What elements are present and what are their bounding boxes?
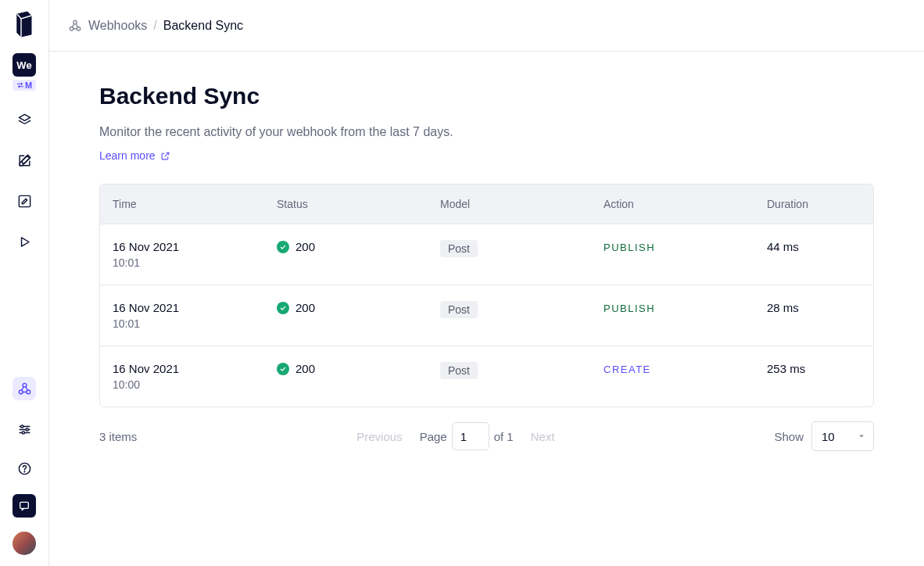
status-ok-icon (277, 302, 289, 314)
model-tag: Post (440, 301, 478, 318)
page-input[interactable] (452, 422, 489, 450)
sidebar-item-chat[interactable] (13, 494, 36, 518)
svg-point-12 (70, 27, 73, 30)
table-row[interactable]: 16 Nov 202110:01200PostPUBLISH28 ms (100, 285, 873, 346)
sidebar-nav: We M (13, 53, 36, 253)
page-label: Page (420, 430, 447, 443)
status-code: 200 (295, 301, 315, 314)
help-icon (17, 461, 32, 476)
sidebar-item-edit[interactable] (13, 149, 36, 172)
page-total: of 1 (494, 430, 514, 443)
chat-icon (18, 500, 30, 512)
show-label: Show (774, 430, 804, 443)
header-model: Model (440, 198, 603, 210)
learn-more-label: Learn more (99, 149, 156, 162)
pagination: 3 items Previous Page of 1 Next Show 10 (99, 421, 874, 451)
header-time: Time (113, 198, 277, 210)
page-size-select[interactable]: 10 (811, 421, 874, 451)
status-ok-icon (277, 363, 289, 375)
row-hour: 10:00 (113, 378, 277, 391)
learn-more-link[interactable]: Learn more (99, 149, 170, 162)
breadcrumb-separator: / (153, 19, 156, 33)
table-header: Time Status Model Action Duration (100, 184, 873, 224)
layers-icon (17, 113, 32, 127)
item-count: 3 items (99, 430, 137, 443)
header-action: Action (603, 198, 767, 210)
sidebar-item-play[interactable] (13, 230, 36, 253)
row-duration: 28 ms (767, 301, 861, 314)
row-hour: 10:01 (113, 256, 277, 269)
sidebar-item-settings[interactable] (13, 417, 36, 441)
webhook-icon (17, 382, 32, 396)
breadcrumb-current: Backend Sync (163, 19, 243, 33)
breadcrumb-parent[interactable]: Webhooks (88, 19, 147, 33)
row-date: 16 Nov 2021 (113, 301, 277, 314)
svg-rect-10 (20, 502, 29, 508)
row-duration: 44 ms (767, 240, 861, 253)
previous-button[interactable]: Previous (356, 430, 402, 443)
external-link-icon (160, 151, 170, 161)
svg-point-7 (22, 431, 24, 433)
model-tag: Post (440, 362, 478, 379)
edit-icon (17, 153, 32, 168)
play-icon (17, 235, 32, 249)
page-subtitle: Monitor the recent activity of your webh… (99, 125, 874, 139)
action-label: PUBLISH (603, 242, 655, 253)
sidebar-item-project[interactable]: We (13, 53, 36, 77)
sidebar-nav-lower (13, 377, 36, 441)
model-tag: Post (440, 240, 478, 257)
row-date: 16 Nov 2021 (113, 240, 277, 253)
svg-point-6 (26, 428, 28, 430)
row-hour: 10:01 (113, 317, 277, 330)
table-row[interactable]: 16 Nov 202110:01200PostPUBLISH44 ms (100, 224, 873, 285)
sidebar-item-help[interactable] (13, 457, 36, 480)
next-button[interactable]: Next (531, 430, 555, 443)
header-status: Status (277, 198, 440, 210)
sidebar-item-draft[interactable] (13, 189, 36, 213)
sliders-icon (17, 422, 32, 437)
topbar: Webhooks / Backend Sync (49, 0, 924, 52)
status-code: 200 (295, 362, 315, 375)
avatar[interactable] (13, 532, 36, 555)
breadcrumb: Webhooks / Backend Sync (68, 19, 243, 33)
action-label: CREATE (603, 364, 651, 375)
activity-table: Time Status Model Action Duration 16 Nov… (99, 184, 874, 407)
action-label: PUBLISH (603, 303, 655, 314)
header-duration: Duration (767, 198, 861, 210)
sidebar-item-webhooks[interactable] (13, 377, 36, 400)
svg-point-5 (20, 424, 23, 427)
status-ok-icon (277, 241, 289, 253)
webhook-icon (68, 19, 82, 33)
svg-rect-1 (19, 195, 30, 206)
swap-icon (16, 81, 24, 89)
sidebar-badge-label: We (16, 59, 31, 71)
svg-point-11 (73, 20, 77, 24)
brand-logo[interactable] (13, 11, 36, 38)
sidebar-item-layers[interactable] (13, 108, 36, 131)
svg-point-9 (24, 471, 25, 472)
sidebar-badge-label: M (25, 81, 32, 90)
svg-point-13 (77, 27, 81, 30)
page-title: Backend Sync (99, 83, 874, 109)
pencil-square-icon (17, 194, 32, 209)
row-duration: 253 ms (767, 362, 861, 375)
sidebar: We M (0, 0, 49, 566)
sidebar-item-models[interactable]: M (13, 80, 36, 91)
status-code: 200 (295, 240, 315, 253)
row-date: 16 Nov 2021 (113, 362, 277, 375)
table-row[interactable]: 16 Nov 202110:00200PostCREATE253 ms (100, 346, 873, 407)
